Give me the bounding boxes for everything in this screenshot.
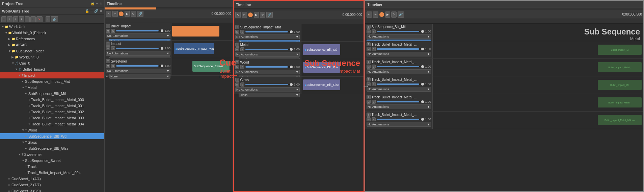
- automation-dropdown-sbm[interactable]: No Automations ▼: [367, 34, 431, 39]
- tree-item-references[interactable]: ▶ 📁 References: [0, 36, 104, 42]
- add6-btn[interactable]: +: [30, 16, 35, 22]
- track-slider-t004[interactable]: [377, 119, 424, 120]
- automation-dropdown-sweetener[interactable]: No Automations ▼: [106, 69, 170, 73]
- solo-btn-bullet[interactable]: S: [111, 29, 115, 33]
- tree-item-subseq-blt-glss[interactable]: ● SubSequence_Bllt_Glss: [0, 145, 104, 151]
- add3-btn[interactable]: +: [13, 16, 18, 22]
- solo-btn-t004[interactable]: S: [372, 117, 376, 121]
- automation-dropdown-wood-2[interactable]: No Automations ▼: [235, 70, 300, 74]
- automation-dropdown-t001[interactable]: No Automations ▼: [367, 69, 431, 74]
- mute-btn-t004[interactable]: M: [367, 117, 371, 121]
- tree-item-subseq-blt-wd[interactable]: ● SubSequence_Bllt_Wd: [0, 133, 104, 139]
- tree-item-aisac[interactable]: ▶ 📁 AISAC: [0, 42, 104, 48]
- solo-btn-wood-2[interactable]: S: [240, 65, 244, 69]
- solo-btn-metal-2[interactable]: S: [240, 47, 244, 51]
- solo-btn-t002[interactable]: S: [372, 82, 376, 86]
- tree-item-cuesheet1[interactable]: ● CueSheet_1 (4/4): [0, 176, 104, 182]
- tree-item-track-004b[interactable]: T Track_Bullet_Impact_Metal_004: [0, 170, 104, 176]
- play-btn-3[interactable]: ▶: [385, 11, 390, 18]
- track-slider-bullet[interactable]: [116, 30, 163, 31]
- automation-dropdown-bullet[interactable]: No Automations ▼: [106, 33, 170, 38]
- scissors-tool-btn-1[interactable]: ✂: [112, 11, 118, 17]
- track-slider-t003[interactable]: [377, 101, 424, 102]
- dots-glass-2[interactable]: ⋯: [235, 94, 238, 97]
- mute-btn-t001[interactable]: M: [367, 65, 371, 69]
- tree-item-metal[interactable]: ▼ T Metal: [0, 85, 104, 91]
- track-slider-t000[interactable]: [377, 48, 424, 50]
- tree-item-track-003[interactable]: T Track_Bullet_Impact_Metal_003: [0, 115, 104, 121]
- minimize-icon[interactable]: ─: [96, 2, 98, 5]
- solo-btn-impact[interactable]: S: [111, 46, 115, 50]
- automation-dropdown-t000[interactable]: No Automations ▼: [367, 52, 431, 56]
- tree-item-impact[interactable]: ▼ T Impact: [0, 72, 104, 78]
- track-slider-sbm[interactable]: [377, 31, 424, 32]
- tree-item-subseq-sweet[interactable]: ▼ SubSequence_Sweet: [0, 158, 104, 164]
- track-slider-t001[interactable]: [377, 66, 424, 67]
- lock-icon[interactable]: 🔒: [90, 2, 95, 5]
- solo-btn-subseq-impact[interactable]: S: [240, 30, 244, 34]
- mute-btn-metal-2[interactable]: M: [235, 47, 239, 51]
- tree-item-workunit0[interactable]: ▼ 📁 WorkUnit_0 (Edited): [0, 30, 104, 36]
- solo-btn-t001[interactable]: S: [372, 65, 376, 69]
- mute-btn-subseq-impact[interactable]: M: [235, 30, 239, 34]
- tree-item-track-inner[interactable]: T Track: [0, 164, 104, 170]
- cursor-tool-btn-2[interactable]: ↖: [235, 12, 241, 18]
- solo-btn-t000[interactable]: S: [372, 47, 376, 51]
- tree-item-cue0[interactable]: ▼ 🎵 Cue_0: [0, 60, 104, 66]
- automation-dropdown-t003[interactable]: No Automations ▼: [367, 104, 431, 109]
- cue-block-glass-2[interactable]: ● SubSequence_Bllt_Glss: [303, 79, 340, 90]
- tree-item-cuesheet-folder[interactable]: ▼ 📁 CueSheet Folder: [0, 48, 104, 54]
- sort-btn[interactable]: ↕: [46, 16, 51, 22]
- tree-item-sweetener[interactable]: ▼ T Sweetener: [0, 151, 104, 158]
- minimize2-icon[interactable]: ─: [90, 9, 93, 13]
- cue-block-wood-2[interactable]: ● SubSequence_Bllt_Wo: [303, 62, 340, 73]
- mute-btn-bullet[interactable]: M: [106, 29, 110, 33]
- automation-dropdown-t002[interactable]: No Automations ▼: [367, 87, 431, 92]
- mute-btn-glass-2[interactable]: M: [235, 82, 239, 87]
- loop-btn-1[interactable]: ↻: [131, 11, 136, 17]
- play-btn-1[interactable]: ▶: [125, 11, 130, 17]
- mute-btn-sbm[interactable]: M: [367, 29, 371, 33]
- automation-dropdown-t004[interactable]: No Automations ▼: [367, 122, 431, 127]
- tree-item-glass[interactable]: ▼ T Glass: [0, 139, 104, 145]
- automation-dropdown-glass-2[interactable]: No Automations ▼: [235, 87, 300, 92]
- scissors-tool-btn-3[interactable]: ✂: [373, 11, 378, 18]
- track-slider-sweetener[interactable]: [116, 65, 163, 67]
- cue-block-bullet-impact[interactable]: [172, 26, 219, 37]
- dots-sweetener[interactable]: ⋯: [106, 75, 109, 78]
- add5-btn[interactable]: +: [25, 16, 30, 22]
- delete-btn[interactable]: ✕: [36, 16, 43, 22]
- automation-dropdown-subseq-impact[interactable]: No Automations ▼: [235, 34, 300, 39]
- link2-btn[interactable]: 🔗: [51, 16, 58, 22]
- mute-btn-t003[interactable]: M: [367, 100, 371, 104]
- mode-dropdown-sweetener[interactable]: None ▼: [109, 74, 170, 79]
- tree-item-track-000[interactable]: T Track_Bullet_Impact_Metal_000: [0, 97, 104, 103]
- close2-icon[interactable]: ✕: [100, 9, 102, 13]
- play-btn-2[interactable]: ▶: [254, 12, 259, 18]
- cursor-tool-btn-3[interactable]: ↖: [367, 11, 372, 18]
- add-btn[interactable]: +: [1, 16, 6, 22]
- loop-btn-3[interactable]: ↻: [391, 11, 397, 18]
- solo-btn-t003[interactable]: S: [372, 100, 376, 104]
- solo-btn-glass-2[interactable]: S: [240, 82, 244, 87]
- track-slider-t002[interactable]: [377, 83, 424, 85]
- loop-btn-2[interactable]: ↻: [260, 12, 265, 18]
- mute-btn-t000[interactable]: M: [367, 47, 371, 51]
- tree-item-track-001[interactable]: T Track_Bullet_Impact_Metal_001: [0, 103, 104, 109]
- tree-item-workunit0-inner[interactable]: ▶ 📁 WorkUnit_0: [0, 54, 104, 60]
- link-btn-3[interactable]: 🔗: [398, 11, 404, 18]
- track-slider-subseq-impact[interactable]: [245, 31, 293, 32]
- cue-block-subseq-impact[interactable]: ● SubSequence_Impact_Mat: [174, 43, 214, 54]
- lock2-icon[interactable]: 🔒: [85, 9, 89, 13]
- mute-btn-impact[interactable]: M: [106, 46, 110, 50]
- solo-btn-sweetener[interactable]: S: [111, 64, 115, 68]
- automation-dropdown-metal-2[interactable]: No Automations ▼: [235, 52, 300, 57]
- close-icon[interactable]: ✕: [100, 2, 102, 5]
- automation-dropdown-impact[interactable]: No Automations ▼: [106, 51, 170, 56]
- mute-btn-wood-2[interactable]: M: [235, 65, 239, 69]
- add4-btn[interactable]: +: [19, 16, 24, 22]
- tree-item-subseq-blt-mtl[interactable]: ● SubSequence_Bllt_Mtl: [0, 91, 104, 97]
- tree-item-track-002[interactable]: T Track_Bullet_Impact_Metal_002: [0, 109, 104, 115]
- scissors-tool-btn-2[interactable]: ✂: [242, 12, 247, 18]
- tree-item-track-004[interactable]: T Track_Bullet_Impact_Metal_004: [0, 121, 104, 127]
